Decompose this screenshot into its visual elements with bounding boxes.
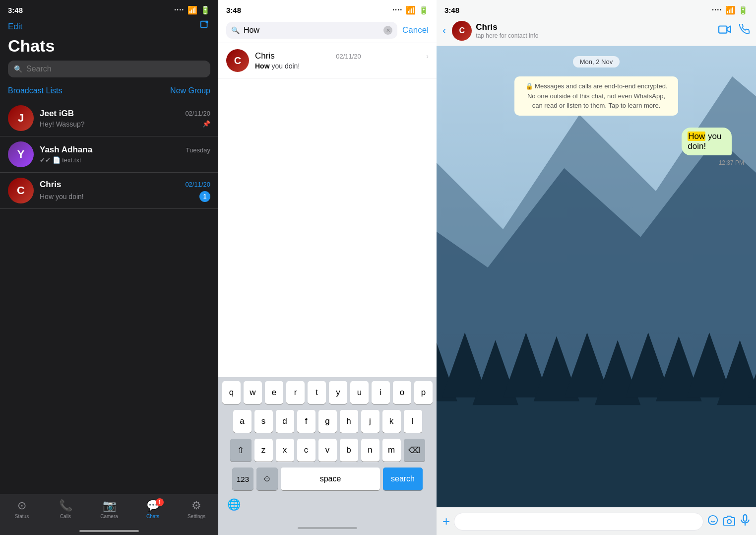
contact-avatar: C (452, 21, 472, 41)
battery-icon: 🔋 (200, 5, 210, 15)
svg-rect-21 (719, 26, 727, 33)
key-f[interactable]: f (297, 410, 315, 433)
cancel-button[interactable]: Cancel (402, 25, 429, 35)
key-m[interactable]: m (382, 439, 401, 462)
key-x[interactable]: x (276, 439, 294, 462)
contact-info[interactable]: Chris tap here for contact info (476, 22, 714, 39)
tab-camera[interactable]: 📷 Camera (87, 499, 131, 519)
key-globe[interactable]: 🌐 (221, 494, 247, 515)
key-123[interactable]: 123 (232, 468, 253, 490)
calls-tab-icon: 📞 (59, 499, 72, 512)
camera-icon[interactable] (723, 515, 735, 529)
call-button[interactable] (739, 24, 750, 38)
key-u[interactable]: u (350, 381, 369, 404)
key-c[interactable]: c (297, 439, 315, 462)
key-y[interactable]: y (329, 381, 347, 404)
key-r[interactable]: r (286, 381, 305, 404)
search-field-icon: 🔍 (231, 26, 240, 34)
chat-name-jeet: Jeet iGB (40, 109, 74, 119)
broadcast-lists-button[interactable]: Broadcast Lists (8, 86, 62, 95)
chat-preview-yash: ✔✔ 📄 text.txt (40, 156, 81, 164)
clear-search-button[interactable]: ✕ (383, 26, 392, 35)
sticker-icon[interactable] (707, 515, 718, 529)
tab-chats[interactable]: 💬 1 Chats (131, 499, 175, 519)
key-q[interactable]: q (222, 381, 241, 404)
camera-tab-icon: 📷 (103, 499, 116, 512)
status-bar-chat: 3:48 •••• 📶 🔋 (437, 0, 756, 18)
search-bar[interactable]: 🔍 (8, 61, 210, 77)
battery-icon-search: 🔋 (419, 5, 429, 15)
search-field-wrap[interactable]: 🔍 ✕ (226, 22, 397, 39)
chats-header: Edit (0, 18, 218, 35)
key-e[interactable]: e (265, 381, 283, 404)
key-j[interactable]: j (361, 410, 379, 433)
key-p[interactable]: p (414, 381, 433, 404)
chat-item-yash[interactable]: Y Yash Adhana Tuesday ✔✔ 📄 text.txt (0, 136, 218, 173)
battery-icon-chat: 🔋 (738, 5, 748, 15)
tab-status[interactable]: ⊙ Status (0, 499, 44, 519)
back-button[interactable]: ‹ (442, 24, 446, 37)
chat-name-chris: Chris (40, 180, 61, 190)
svg-rect-27 (744, 515, 747, 521)
chat-name-yash: Yash Adhana (40, 145, 92, 155)
key-search[interactable]: search (383, 468, 423, 490)
home-indicator-chats (79, 530, 139, 532)
key-l[interactable]: l (404, 410, 422, 433)
chat-name-row-yash: Yash Adhana Tuesday (40, 145, 210, 155)
new-group-button[interactable]: New Group (170, 86, 210, 95)
chats-tab-badge: 1 (156, 498, 164, 506)
key-space[interactable]: space (281, 468, 380, 490)
encryption-text: 🔒 Messages and calls are end-to-end encr… (525, 82, 668, 109)
key-o[interactable]: o (393, 381, 411, 404)
encryption-notice[interactable]: 🔒 Messages and calls are end-to-end encr… (514, 76, 678, 116)
status-time-chat: 3:48 (444, 6, 459, 14)
svg-marker-22 (727, 26, 731, 33)
key-z[interactable]: z (254, 439, 273, 462)
result-name-row-chris: Chris 02/11/20 › (255, 51, 429, 61)
input-plus-button[interactable]: + (442, 514, 450, 529)
key-d[interactable]: d (276, 410, 294, 433)
chat-date-jeet: 02/11/20 (185, 110, 210, 117)
outgoing-message-wrap: How you doin! 12:37 PM (444, 128, 748, 166)
status-icons-search: •••• 📶 🔋 (392, 5, 429, 15)
mic-icon[interactable] (740, 514, 750, 529)
key-t[interactable]: t (308, 381, 326, 404)
edit-button[interactable]: Edit (8, 22, 22, 32)
search-input[interactable] (26, 65, 204, 73)
key-v[interactable]: v (318, 439, 337, 462)
key-w[interactable]: w (244, 381, 262, 404)
keyboard-row-3: ⇧ z x c v b n m ⌫ (218, 435, 437, 464)
avatar-yash: Y (8, 141, 34, 167)
key-emoji[interactable]: ☺ (256, 468, 278, 490)
key-s[interactable]: s (254, 410, 273, 433)
avatar-chris: C (8, 178, 34, 203)
status-bar-chats: 3:48 •••• 📶 🔋 (0, 0, 218, 18)
compose-icon[interactable] (199, 20, 210, 33)
search-result-chris[interactable]: C Chris 02/11/20 › How you doin! (218, 43, 437, 78)
key-i[interactable]: i (372, 381, 390, 404)
message-input[interactable] (454, 513, 703, 531)
key-shift[interactable]: ⇧ (230, 439, 252, 462)
key-backspace[interactable]: ⌫ (404, 439, 425, 462)
result-name-chris: Chris (255, 51, 275, 61)
video-call-button[interactable] (718, 24, 731, 37)
broadcast-row: Broadcast Lists New Group (0, 83, 218, 100)
chat-item-jeet[interactable]: J Jeet iGB 02/11/20 Hey! Wassup? 📌 (0, 100, 218, 136)
key-a[interactable]: a (233, 410, 252, 433)
keyboard-row-1: q w e r t y u i o p (218, 377, 437, 406)
key-k[interactable]: k (382, 410, 401, 433)
key-b[interactable]: b (340, 439, 358, 462)
chat-preview-row-yash: ✔✔ 📄 text.txt (40, 156, 210, 164)
pin-icon-jeet: 📌 (202, 120, 210, 128)
chat-preview-row-chris: How you doin! 1 (40, 191, 210, 202)
key-h[interactable]: h (340, 410, 358, 433)
date-chip: Mon, 2 Nov (573, 56, 620, 67)
tab-settings[interactable]: ⚙ Settings (175, 499, 218, 519)
search-field[interactable] (244, 26, 379, 35)
chat-item-chris[interactable]: C Chris 02/11/20 How you doin! 1 (0, 173, 218, 209)
wifi-icon: 📶 (188, 5, 197, 15)
key-g[interactable]: g (318, 410, 337, 433)
tab-calls[interactable]: 📞 Calls (44, 499, 87, 519)
chat-name-row-jeet: Jeet iGB 02/11/20 (40, 109, 210, 119)
key-n[interactable]: n (361, 439, 379, 462)
